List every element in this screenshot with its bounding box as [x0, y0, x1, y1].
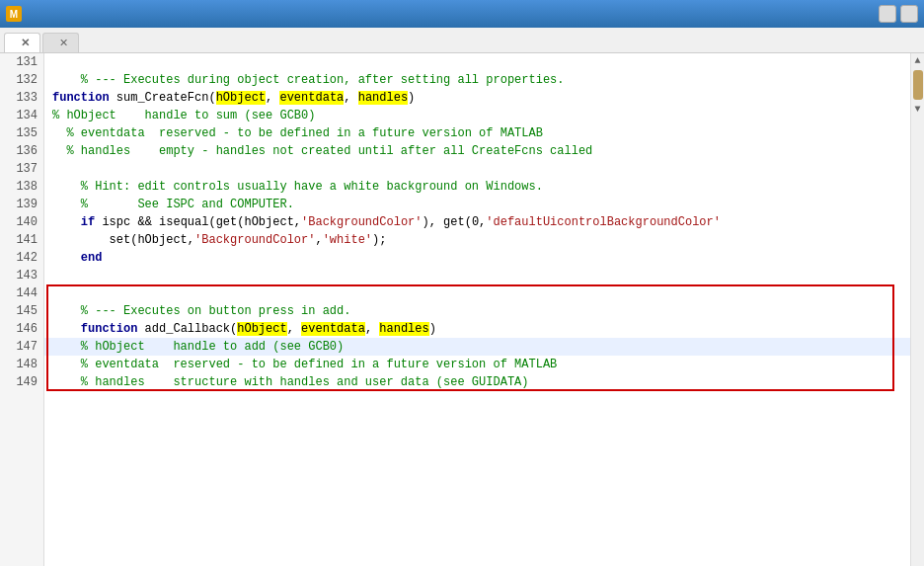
line-number-131: 131 [0, 53, 43, 71]
scroll-down-arrow[interactable]: ▼ [912, 102, 922, 117]
line-number-146: 146 [0, 320, 43, 338]
code-line-145: % --- Executes on button press in add. [44, 302, 910, 320]
code-line-146: function add_Callback(hObject, eventdata… [44, 320, 910, 338]
line-number-138: 138 [0, 178, 43, 196]
code-line-131 [44, 53, 910, 71]
line-number-141: 141— [0, 231, 43, 249]
line-numbers: 131132133—134—135136137138139140—141—142… [0, 53, 44, 566]
line-number-132: 132 [0, 71, 43, 89]
line-number-148: 148 [0, 356, 43, 373]
code-line-149: % handles structure with handles and use… [44, 373, 910, 391]
line-number-144: 144 [0, 284, 43, 302]
code-line-138: % Hint: edit controls usually have a whi… [44, 178, 910, 196]
code-line-136: % handles empty - handles not created un… [44, 142, 910, 160]
line-number-143: 143 [0, 267, 43, 284]
code-line-132: % --- Executes during object creation, a… [44, 71, 910, 89]
code-line-134: % hObject handle to sum (see GCB0) [44, 107, 910, 124]
code-line-133: function sum_CreateFcn(hObject, eventdat… [44, 89, 910, 107]
code-line-147: % hObject handle to add (see GCB0) [44, 338, 910, 356]
line-number-134: 134— [0, 107, 43, 124]
maximize-button[interactable] [879, 5, 896, 23]
code-line-142: end [44, 249, 910, 267]
scrollbar[interactable]: ▲ ▼ [910, 53, 924, 566]
code-container: % --- Executes during object creation, a… [44, 53, 910, 566]
code-line-143 [44, 267, 910, 284]
add-tab-button[interactable] [81, 46, 97, 52]
line-number-149: 149 [0, 373, 43, 391]
line-number-137: 137 [0, 160, 43, 178]
line-number-139: 139 [0, 196, 43, 213]
code-line-137 [44, 160, 910, 178]
code-line-144 [44, 284, 910, 302]
code-area[interactable]: % --- Executes during object creation, a… [44, 53, 910, 566]
code-line-148: % eventdata reserved - to be defined in … [44, 356, 910, 373]
code-line-139: % See ISPC and COMPUTER. [44, 196, 910, 213]
tab-compute-gpa[interactable]: ✕ [42, 33, 79, 52]
code-line-141: set(hObject,'BackgroundColor','white'); [44, 231, 910, 249]
line-number-136: 136 [0, 142, 43, 160]
line-number-135: 135 [0, 124, 43, 142]
line-number-147: 147— [0, 338, 43, 356]
title-bar-left: M [6, 6, 28, 22]
app-icon: M [6, 6, 22, 22]
editor-area: 131132133—134—135136137138139140—141—142… [0, 53, 924, 566]
tab-bar: ✕ ✕ [0, 28, 924, 53]
tab-compute-close[interactable]: ✕ [59, 37, 68, 49]
line-number-142: 142— [0, 249, 43, 267]
tab-test-m[interactable]: ✕ [4, 33, 40, 52]
line-number-133: 133— [0, 89, 43, 107]
line-number-140: 140— [0, 213, 43, 231]
line-number-145: 145 [0, 302, 43, 320]
scrollbar-thumb[interactable] [913, 70, 923, 100]
code-line-140: if ispc && isequal(get(hObject,'Backgrou… [44, 213, 910, 231]
scroll-up-arrow[interactable]: ▲ [912, 53, 922, 68]
code-line-135: % eventdata reserved - to be defined in … [44, 124, 910, 142]
tab-test-close[interactable]: ✕ [21, 37, 30, 49]
title-bar: M [0, 0, 924, 28]
close-button[interactable] [900, 5, 918, 23]
window-controls[interactable] [879, 5, 918, 23]
